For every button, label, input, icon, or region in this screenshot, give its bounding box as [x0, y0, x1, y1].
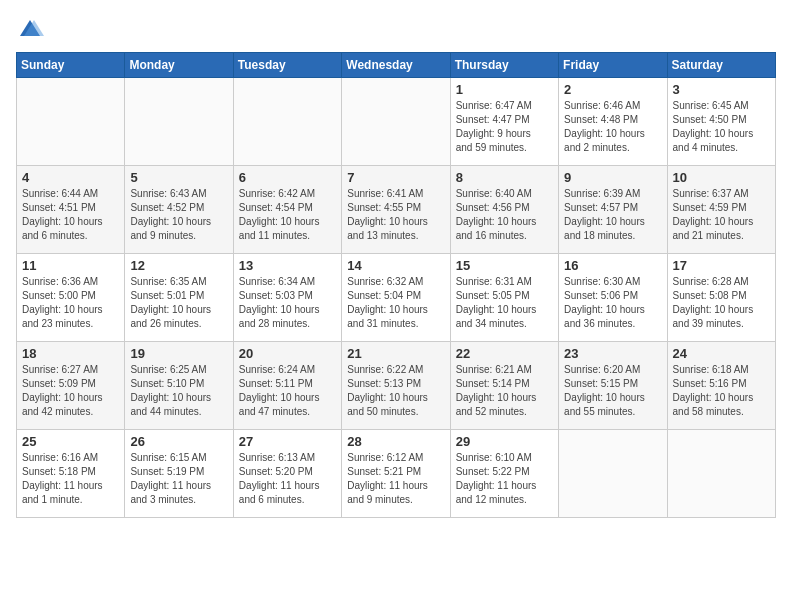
- calendar-cell: 11Sunrise: 6:36 AM Sunset: 5:00 PM Dayli…: [17, 254, 125, 342]
- day-info: Sunrise: 6:22 AM Sunset: 5:13 PM Dayligh…: [347, 363, 444, 419]
- day-number: 9: [564, 170, 661, 185]
- day-info: Sunrise: 6:16 AM Sunset: 5:18 PM Dayligh…: [22, 451, 119, 507]
- calendar-cell: [342, 78, 450, 166]
- day-number: 4: [22, 170, 119, 185]
- calendar-cell: 27Sunrise: 6:13 AM Sunset: 5:20 PM Dayli…: [233, 430, 341, 518]
- day-info: Sunrise: 6:27 AM Sunset: 5:09 PM Dayligh…: [22, 363, 119, 419]
- calendar-cell: 7Sunrise: 6:41 AM Sunset: 4:55 PM Daylig…: [342, 166, 450, 254]
- calendar-cell: [233, 78, 341, 166]
- day-info: Sunrise: 6:30 AM Sunset: 5:06 PM Dayligh…: [564, 275, 661, 331]
- day-number: 16: [564, 258, 661, 273]
- calendar-cell: [667, 430, 775, 518]
- day-number: 21: [347, 346, 444, 361]
- calendar-cell: 22Sunrise: 6:21 AM Sunset: 5:14 PM Dayli…: [450, 342, 558, 430]
- calendar-cell: 3Sunrise: 6:45 AM Sunset: 4:50 PM Daylig…: [667, 78, 775, 166]
- calendar-cell: 9Sunrise: 6:39 AM Sunset: 4:57 PM Daylig…: [559, 166, 667, 254]
- calendar-cell: 15Sunrise: 6:31 AM Sunset: 5:05 PM Dayli…: [450, 254, 558, 342]
- calendar-week-2: 4Sunrise: 6:44 AM Sunset: 4:51 PM Daylig…: [17, 166, 776, 254]
- day-number: 12: [130, 258, 227, 273]
- calendar-table: SundayMondayTuesdayWednesdayThursdayFrid…: [16, 52, 776, 518]
- day-info: Sunrise: 6:36 AM Sunset: 5:00 PM Dayligh…: [22, 275, 119, 331]
- header-tuesday: Tuesday: [233, 53, 341, 78]
- day-number: 29: [456, 434, 553, 449]
- day-info: Sunrise: 6:20 AM Sunset: 5:15 PM Dayligh…: [564, 363, 661, 419]
- day-info: Sunrise: 6:21 AM Sunset: 5:14 PM Dayligh…: [456, 363, 553, 419]
- day-number: 23: [564, 346, 661, 361]
- day-info: Sunrise: 6:28 AM Sunset: 5:08 PM Dayligh…: [673, 275, 770, 331]
- day-info: Sunrise: 6:39 AM Sunset: 4:57 PM Dayligh…: [564, 187, 661, 243]
- calendar-cell: 4Sunrise: 6:44 AM Sunset: 4:51 PM Daylig…: [17, 166, 125, 254]
- page-header: [16, 16, 776, 44]
- header-sunday: Sunday: [17, 53, 125, 78]
- calendar-cell: [559, 430, 667, 518]
- calendar-cell: 24Sunrise: 6:18 AM Sunset: 5:16 PM Dayli…: [667, 342, 775, 430]
- calendar-cell: 25Sunrise: 6:16 AM Sunset: 5:18 PM Dayli…: [17, 430, 125, 518]
- calendar-cell: 12Sunrise: 6:35 AM Sunset: 5:01 PM Dayli…: [125, 254, 233, 342]
- calendar-cell: 8Sunrise: 6:40 AM Sunset: 4:56 PM Daylig…: [450, 166, 558, 254]
- calendar-cell: [125, 78, 233, 166]
- day-number: 20: [239, 346, 336, 361]
- day-number: 1: [456, 82, 553, 97]
- day-number: 2: [564, 82, 661, 97]
- logo: [16, 16, 48, 44]
- day-number: 24: [673, 346, 770, 361]
- calendar-cell: 20Sunrise: 6:24 AM Sunset: 5:11 PM Dayli…: [233, 342, 341, 430]
- day-number: 18: [22, 346, 119, 361]
- day-number: 5: [130, 170, 227, 185]
- day-number: 11: [22, 258, 119, 273]
- calendar-week-5: 25Sunrise: 6:16 AM Sunset: 5:18 PM Dayli…: [17, 430, 776, 518]
- day-info: Sunrise: 6:24 AM Sunset: 5:11 PM Dayligh…: [239, 363, 336, 419]
- day-info: Sunrise: 6:37 AM Sunset: 4:59 PM Dayligh…: [673, 187, 770, 243]
- calendar-week-3: 11Sunrise: 6:36 AM Sunset: 5:00 PM Dayli…: [17, 254, 776, 342]
- day-info: Sunrise: 6:45 AM Sunset: 4:50 PM Dayligh…: [673, 99, 770, 155]
- header-saturday: Saturday: [667, 53, 775, 78]
- day-info: Sunrise: 6:18 AM Sunset: 5:16 PM Dayligh…: [673, 363, 770, 419]
- calendar-cell: 2Sunrise: 6:46 AM Sunset: 4:48 PM Daylig…: [559, 78, 667, 166]
- day-number: 13: [239, 258, 336, 273]
- day-info: Sunrise: 6:10 AM Sunset: 5:22 PM Dayligh…: [456, 451, 553, 507]
- day-info: Sunrise: 6:43 AM Sunset: 4:52 PM Dayligh…: [130, 187, 227, 243]
- day-number: 28: [347, 434, 444, 449]
- calendar-cell: 29Sunrise: 6:10 AM Sunset: 5:22 PM Dayli…: [450, 430, 558, 518]
- calendar-cell: [17, 78, 125, 166]
- day-number: 10: [673, 170, 770, 185]
- day-info: Sunrise: 6:47 AM Sunset: 4:47 PM Dayligh…: [456, 99, 553, 155]
- day-number: 7: [347, 170, 444, 185]
- calendar-cell: 14Sunrise: 6:32 AM Sunset: 5:04 PM Dayli…: [342, 254, 450, 342]
- calendar-cell: 18Sunrise: 6:27 AM Sunset: 5:09 PM Dayli…: [17, 342, 125, 430]
- day-number: 14: [347, 258, 444, 273]
- day-number: 22: [456, 346, 553, 361]
- day-info: Sunrise: 6:12 AM Sunset: 5:21 PM Dayligh…: [347, 451, 444, 507]
- calendar-cell: 6Sunrise: 6:42 AM Sunset: 4:54 PM Daylig…: [233, 166, 341, 254]
- calendar-cell: 13Sunrise: 6:34 AM Sunset: 5:03 PM Dayli…: [233, 254, 341, 342]
- header-wednesday: Wednesday: [342, 53, 450, 78]
- calendar-week-1: 1Sunrise: 6:47 AM Sunset: 4:47 PM Daylig…: [17, 78, 776, 166]
- calendar-cell: 28Sunrise: 6:12 AM Sunset: 5:21 PM Dayli…: [342, 430, 450, 518]
- day-info: Sunrise: 6:44 AM Sunset: 4:51 PM Dayligh…: [22, 187, 119, 243]
- day-number: 19: [130, 346, 227, 361]
- day-info: Sunrise: 6:42 AM Sunset: 4:54 PM Dayligh…: [239, 187, 336, 243]
- day-info: Sunrise: 6:41 AM Sunset: 4:55 PM Dayligh…: [347, 187, 444, 243]
- header-thursday: Thursday: [450, 53, 558, 78]
- calendar-cell: 10Sunrise: 6:37 AM Sunset: 4:59 PM Dayli…: [667, 166, 775, 254]
- day-number: 27: [239, 434, 336, 449]
- day-number: 25: [22, 434, 119, 449]
- day-number: 8: [456, 170, 553, 185]
- calendar-cell: 16Sunrise: 6:30 AM Sunset: 5:06 PM Dayli…: [559, 254, 667, 342]
- calendar-header-row: SundayMondayTuesdayWednesdayThursdayFrid…: [17, 53, 776, 78]
- day-number: 15: [456, 258, 553, 273]
- day-number: 3: [673, 82, 770, 97]
- calendar-cell: 21Sunrise: 6:22 AM Sunset: 5:13 PM Dayli…: [342, 342, 450, 430]
- calendar-cell: 26Sunrise: 6:15 AM Sunset: 5:19 PM Dayli…: [125, 430, 233, 518]
- day-info: Sunrise: 6:46 AM Sunset: 4:48 PM Dayligh…: [564, 99, 661, 155]
- day-info: Sunrise: 6:25 AM Sunset: 5:10 PM Dayligh…: [130, 363, 227, 419]
- day-number: 6: [239, 170, 336, 185]
- calendar-cell: 19Sunrise: 6:25 AM Sunset: 5:10 PM Dayli…: [125, 342, 233, 430]
- day-info: Sunrise: 6:15 AM Sunset: 5:19 PM Dayligh…: [130, 451, 227, 507]
- calendar-cell: 23Sunrise: 6:20 AM Sunset: 5:15 PM Dayli…: [559, 342, 667, 430]
- day-info: Sunrise: 6:31 AM Sunset: 5:05 PM Dayligh…: [456, 275, 553, 331]
- day-info: Sunrise: 6:35 AM Sunset: 5:01 PM Dayligh…: [130, 275, 227, 331]
- day-info: Sunrise: 6:32 AM Sunset: 5:04 PM Dayligh…: [347, 275, 444, 331]
- logo-icon: [16, 16, 44, 44]
- calendar-cell: 17Sunrise: 6:28 AM Sunset: 5:08 PM Dayli…: [667, 254, 775, 342]
